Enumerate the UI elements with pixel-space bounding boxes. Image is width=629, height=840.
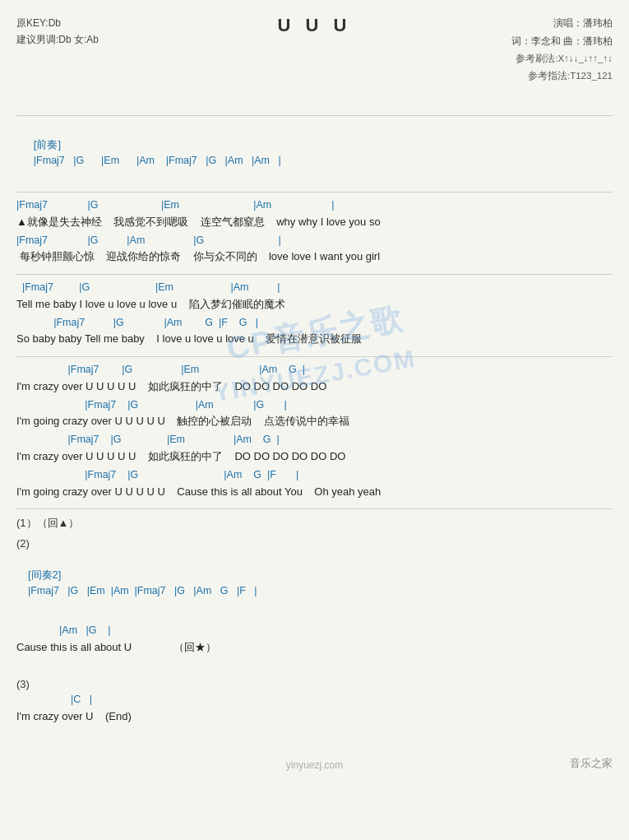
interlude2-line: [间奏2] |Fmaj7 |G |Em |Am |Fmaj7 |G |Am G … [16,551,613,614]
intro-chords: |Fmaj7 |G |Em |Am |Fmaj7 |G |Am |Am | [34,155,281,166]
suggestion-label: 建议男调:Db 女:Ab [16,31,99,48]
pre-chorus-lyric1: Tell me baby I love u love u love u 陷入梦幻… [16,296,613,313]
meta-left: 原KEY:Db 建议男调:Db 女:Ab [16,15,99,49]
page: 原KEY:Db 建议男调:Db 女:Ab U U U 演唱：潘玮柏 词：李念和 … [0,0,629,781]
singer-label: 演唱：潘玮柏 [511,15,613,33]
divider-1 [16,192,613,193]
divider-top [16,115,613,116]
meta-right: 演唱：潘玮柏 词：李念和 曲：潘玮柏 参考刷法:X↑↓↓_↓↑↑_↑↓ 参考指法… [511,15,613,85]
chorus-lyric2: I'm going crazy over U U U U U 触控的心被启动 点… [16,413,613,430]
chorus-section: |Fmaj7 |G |Em |Am G | I'm crazy over U U… [16,362,613,500]
verse1-lyric2: 每秒钟胆颤心惊 迎战你给的惊奇 你与众不同的 love love I want … [16,248,613,266]
intro-section: [前奏] |Fmaj7 |G |Em |Am |Fmaj7 |G |Am |Am… [16,121,613,183]
outro-chords: |C | [16,692,613,708]
outro-lyric: I'm crazy over U (End) [16,708,613,726]
verse1-lyric1: ▲就像是失去神经 我感觉不到嗯吸 连空气都窒息 why why I love y… [16,214,613,231]
return1-note: (1）（回▲） [16,516,613,531]
lyricist-label: 词：李念和 曲：潘玮柏 [511,33,613,51]
divider-3 [16,356,613,357]
bridge-chords: |Am |G | [16,623,613,638]
chorus-chord1: |Fmaj7 |G |Em |Am G | [16,362,613,378]
intro-chord-line: [前奏] |Fmaj7 |G |Em |Am |Fmaj7 |G |Am |Am… [16,121,613,183]
return2-note: (2) [16,537,613,550]
divider-4 [16,508,613,509]
chorus-chord3: |Fmaj7 |G |Em |Am G | [16,432,613,448]
strum-ref: 参考刷法:X↑↓↓_↓↑↑_↑↓ [511,50,613,67]
finger-ref: 参考指法:T123_121 [511,67,613,85]
intro-label: [前奏] [34,138,61,151]
divider-2 [16,274,613,275]
pre-chorus-chord2: |Fmaj7 |G |Am G |F G | [16,315,613,331]
key-label: 原KEY:Db [16,15,99,31]
bridge-lyric: Cause this is all about U （回★） [16,639,613,657]
chorus-chord4: |Fmaj7 |G |Am G |F | [16,467,613,483]
pre-chorus-chord1: |Fmaj7 |G |Em |Am | [16,280,613,295]
pre-chorus-section: |Fmaj7 |G |Em |Am | Tell me baby I love … [16,280,613,348]
pre-chorus-lyric2: So baby baby Tell me baby I love u love … [16,331,613,348]
verse1-section: |Fmaj7 |G |Em |Am | ▲就像是失去神经 我感觉不到嗯吸 连空气… [16,197,613,266]
verse1-chord1: |Fmaj7 |G |Em |Am | [16,197,613,213]
chorus-lyric1: I'm crazy over U U U U U 如此疯狂的中了 DO DO D… [16,378,613,396]
verse1-chord2: |Fmaj7 |G |Am |G | [16,233,613,248]
interlude2-chords: |Fmaj7 |G |Em |Am |Fmaj7 |G |Am G |F | [28,585,257,596]
outro-section: |C | I'm crazy over U (End) [16,692,613,726]
song-title: U U U [278,15,352,35]
chorus-lyric4: I'm going crazy over U U U U U Cause thi… [16,484,613,501]
chorus-lyric3: I'm crazy over U U U U U 如此疯狂的中了 DO DO D… [16,448,613,466]
chorus-chord2: |Fmaj7 |G |Am |G | [16,397,613,413]
footer-url: yinyuezj.com [286,759,343,771]
bridge-section: |Am |G | Cause this is all about U （回★） [16,623,613,657]
footer-logo: 音乐之家 [570,756,613,771]
return3-note: (3) [16,678,613,690]
interlude2-label: [间奏2] [28,569,61,581]
